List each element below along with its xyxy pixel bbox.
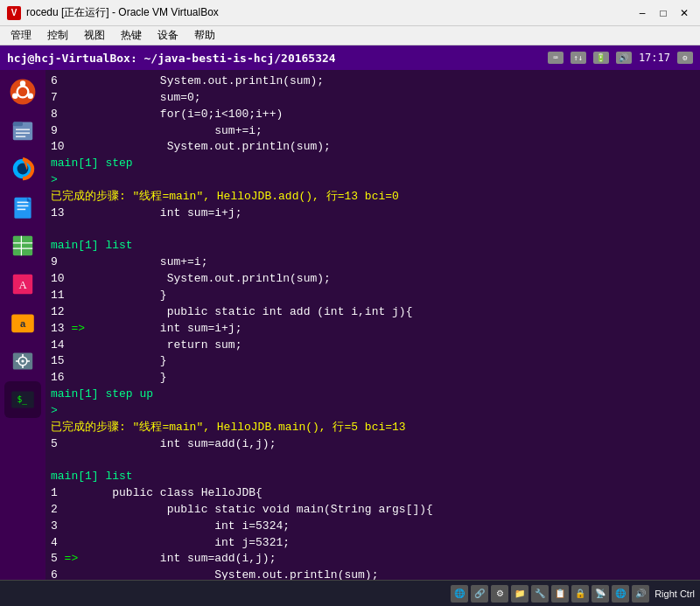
taskbar-icon-6: 📋 (551, 585, 569, 603)
taskbar-icon-4: 📁 (511, 585, 528, 603)
terminal-line: main[1] list (51, 469, 695, 485)
svg-rect-14 (18, 205, 29, 207)
right-ctrl-label: Right Ctrl (654, 589, 695, 599)
menu-view[interactable]: 视图 (77, 26, 112, 45)
terminal-line: 6 System.out.println(sum); (51, 568, 695, 580)
taskbar-icon-2: 🔗 (471, 585, 488, 603)
battery-icon: 🔋 (593, 52, 609, 64)
menu-control[interactable]: 控制 (40, 26, 75, 45)
volume-icon: 🔊 (616, 52, 632, 64)
terminal-line: 14 return sum; (51, 338, 695, 354)
svg-point-2 (20, 80, 25, 86)
taskbar-system-icons: 🌐 🔗 ⚙ 📁 🔧 📋 🔒 📡 🌐 🔊 (451, 585, 649, 603)
time-display: 17:17 (639, 52, 670, 64)
settings-icon[interactable]: ⚙ (677, 52, 693, 64)
svg-point-4 (12, 94, 18, 99)
svg-rect-15 (18, 209, 26, 211)
terminal-line: 4 int j=5321; (51, 535, 695, 552)
svg-rect-17 (13, 236, 32, 255)
terminal-line: main[1] list (51, 238, 695, 254)
svg-rect-7 (16, 129, 30, 130)
sidebar-icon-document[interactable] (4, 189, 41, 226)
taskbar-icon-3: ⚙ (491, 585, 508, 603)
svg-text:a: a (20, 318, 26, 329)
terminal-path: hcj@hcj-VirtualBox: ~/java-besti-is-hcj/… (7, 52, 548, 65)
svg-rect-13 (18, 202, 29, 204)
terminal-line (51, 452, 695, 469)
menu-device[interactable]: 设备 (150, 26, 186, 45)
taskbar-icon-7: 🔒 (571, 585, 589, 603)
taskbar-icon-1: 🌐 (451, 585, 468, 603)
terminal-line: 已完成的步骤: "线程=main", HelloJDB.main(), 行=5 … (51, 420, 695, 436)
svg-text:A: A (18, 279, 27, 291)
terminal-line: 已完成的步骤: "线程=main", HelloJDB.add(), 行=13 … (51, 189, 695, 205)
menu-bar: 管理 控制 视图 热键 设备 帮助 (0, 26, 700, 45)
terminal-status-bar: hcj@hcj-VirtualBox: ~/java-besti-is-hcj/… (0, 45, 700, 70)
menu-help[interactable]: 帮助 (187, 26, 222, 45)
sidebar-icon-app6[interactable]: A (4, 266, 41, 303)
svg-text:$_: $_ (18, 394, 28, 405)
status-right: ⌨ ↑↓ 🔋 🔊 17:17 ⚙ (548, 52, 693, 64)
svg-point-27 (21, 359, 24, 362)
terminal-line: 16 } (51, 370, 695, 387)
sidebar-icon-terminal[interactable]: $_ (4, 381, 41, 418)
sidebar-icon-amazon[interactable]: a (4, 304, 41, 341)
terminal-line: 5 int sum=add(i,j); (51, 436, 695, 453)
svg-rect-9 (16, 136, 25, 137)
terminal-line: 8 for(i=0;i<100;i++) (51, 107, 695, 123)
sidebar-icon-spreadsheet[interactable] (4, 227, 41, 264)
terminal-line: 15 } (51, 353, 695, 370)
title-bar: V rocedu [正在运行] - Oracle VM VirtualBox –… (0, 0, 700, 26)
minimize-button[interactable]: – (634, 4, 651, 22)
taskbar: 🌐 🔗 ⚙ 📁 🔧 📋 🔒 📡 🌐 🔊 Right Ctrl (0, 580, 700, 606)
terminal-line: main[1] step up (51, 387, 695, 403)
sidebar: A a $_ (0, 70, 46, 580)
terminal-line: 13 int sum=i+j; (51, 205, 695, 222)
svg-point-3 (28, 94, 33, 99)
terminal-line: main[1] step (51, 156, 695, 172)
sidebar-icon-tools[interactable] (4, 343, 41, 380)
window-title: rocedu [正在运行] - Oracle VM VirtualBox (26, 5, 634, 20)
terminal-line: 9 sum+=i; (51, 254, 695, 271)
taskbar-icon-5: 🔧 (531, 585, 549, 603)
terminal-line: 3 int i=5324; (51, 519, 695, 535)
menu-hotkey[interactable]: 热键 (114, 26, 149, 45)
svg-rect-8 (16, 132, 30, 134)
terminal-line: 10 System.out.println(sum); (51, 139, 695, 156)
svg-rect-6 (13, 122, 23, 126)
terminal-line: 12 public static int add (int i,int j){ (51, 304, 695, 321)
network-icon: ↑↓ (570, 52, 586, 64)
close-button[interactable]: ✕ (676, 4, 693, 22)
app-icon: V (7, 6, 21, 20)
window-controls: – □ ✕ (634, 4, 693, 22)
sidebar-icon-files[interactable] (4, 112, 41, 149)
maximize-button[interactable]: □ (654, 4, 672, 22)
taskbar-icon-9: 🌐 (612, 585, 629, 603)
taskbar-icon-8: 📡 (592, 585, 609, 603)
terminal-line: 7 sum=0; (51, 90, 695, 107)
sidebar-icon-ubuntu[interactable] (4, 73, 41, 110)
terminal-line: 11 } (51, 288, 695, 304)
terminal-line: 5 => int sum=add(i,j); (51, 551, 695, 568)
terminal-line: > (51, 403, 695, 420)
main-area: A a $_ (0, 70, 700, 580)
terminal-line: 6 System.out.println(sum); (51, 73, 695, 90)
sidebar-icon-firefox[interactable] (4, 150, 41, 187)
terminal-line: > (51, 172, 695, 189)
terminal-line: 9 sum+=i; (51, 123, 695, 140)
terminal-line: 10 System.out.println(sum); (51, 271, 695, 288)
terminal-line (51, 222, 695, 239)
keyboard-icon: ⌨ (548, 52, 564, 64)
terminal-line: 2 public static void main(String args[])… (51, 502, 695, 519)
menu-manage[interactable]: 管理 (4, 26, 38, 45)
terminal-line: 1 public class HelloJDB{ (51, 485, 695, 502)
taskbar-icon-10: 🔊 (632, 585, 649, 603)
terminal-body[interactable]: 6 System.out.println(sum);7 sum=0;8 for(… (46, 70, 700, 580)
terminal-line: 13 => int sum=i+j; (51, 321, 695, 338)
